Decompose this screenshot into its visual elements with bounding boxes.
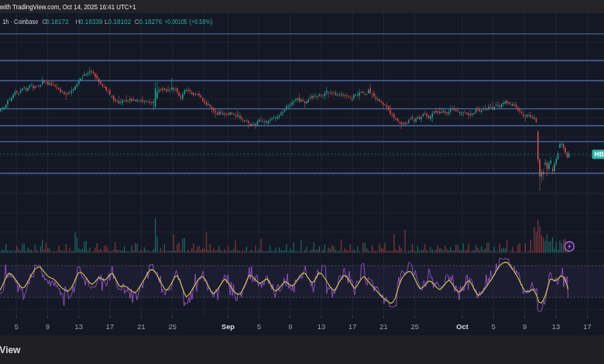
svg-text:13: 13	[317, 323, 325, 331]
svg-text:0.18339: 0.18339	[80, 19, 103, 26]
svg-text:13: 13	[75, 323, 83, 331]
svg-text:0.18172: 0.18172	[46, 19, 69, 26]
svg-text:Oct: Oct	[456, 323, 468, 331]
svg-text:5: 5	[492, 323, 496, 331]
svg-text:25: 25	[411, 323, 419, 331]
svg-text:9: 9	[46, 323, 50, 331]
svg-text:(+0.58%): (+0.58%)	[190, 19, 213, 26]
svg-text:17: 17	[106, 323, 114, 331]
svg-text:HBA: HBA	[595, 150, 604, 158]
svg-text:5: 5	[15, 323, 19, 331]
svg-text:13: 13	[552, 323, 560, 331]
svg-text:TradingView: TradingView	[0, 345, 21, 355]
svg-text:21: 21	[379, 323, 387, 331]
svg-text:17: 17	[583, 323, 591, 331]
svg-text:9: 9	[288, 323, 292, 331]
svg-text:Sep: Sep	[221, 323, 235, 331]
svg-text:+0.00105: +0.00105	[164, 19, 187, 26]
svg-text:21: 21	[137, 323, 145, 331]
svg-text:0.18102: 0.18102	[108, 19, 132, 26]
svg-text:5: 5	[257, 323, 261, 331]
svg-text:25: 25	[169, 323, 177, 331]
svg-text:9: 9	[523, 323, 527, 331]
svg-text:1h · Coinbase: 1h · Coinbase	[2, 19, 39, 26]
svg-text:17: 17	[348, 323, 356, 331]
svg-text:0.18276: 0.18276	[139, 19, 163, 26]
svg-text:ed with TradingView.com, Oct 1: ed with TradingView.com, Oct 14, 2025 16…	[0, 3, 136, 11]
